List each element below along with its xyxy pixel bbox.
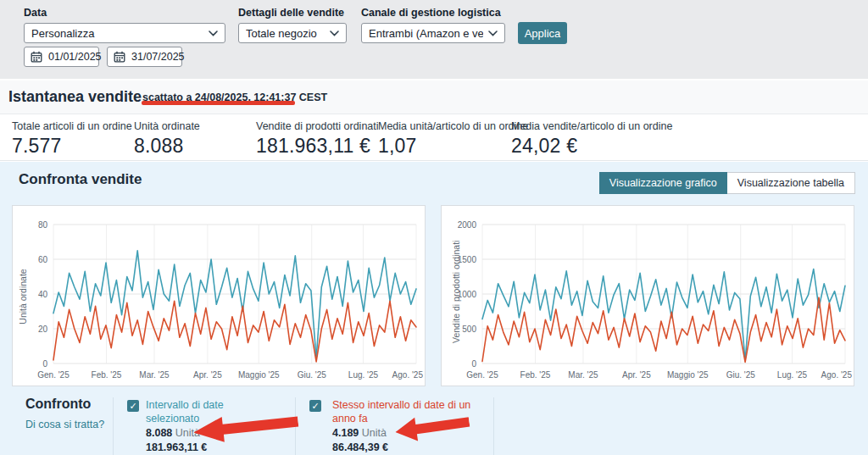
- comparison-checkbox-prev-year[interactable]: ✓: [309, 400, 321, 412]
- date-filter-label: Data: [24, 7, 47, 19]
- channel-label: Canale di gestione logistica: [361, 7, 501, 19]
- metric-value: 1,07: [378, 135, 528, 158]
- compare-sales-section: Confronta vendite Visualizzazione grafic…: [0, 162, 868, 455]
- date-range-select[interactable]: Personalizza: [24, 23, 225, 43]
- svg-text:Ago. '25: Ago. '25: [821, 370, 853, 380]
- channel-value: Entrambi (Amazon e venditore): [369, 27, 483, 40]
- chevron-down-icon: [330, 31, 339, 36]
- metric-label: Media unità/articolo di un ordine: [378, 120, 528, 132]
- svg-text:0: 0: [471, 359, 476, 369]
- date-to-value: 31/07/2025: [131, 51, 185, 63]
- svg-text:Gen. '25: Gen. '25: [37, 370, 70, 380]
- channel-select[interactable]: Entrambi (Amazon e venditore): [361, 23, 505, 43]
- chevron-down-icon: [488, 31, 498, 36]
- units-ordered-chart[interactable]: 020406080Gen. '25Feb. '25Mar. '25Apr. '2…: [13, 206, 425, 386]
- sales-dashboard: Data Personalizza 01/01/2025 31/07/2025 …: [0, 0, 868, 455]
- sales-detail-select[interactable]: Totale negozio: [238, 23, 347, 43]
- svg-text:500: 500: [462, 325, 476, 334]
- svg-text:60: 60: [38, 255, 48, 264]
- divider: [113, 397, 114, 455]
- sales-detail-value: Totale negozio: [246, 27, 325, 40]
- svg-text:0: 0: [42, 359, 47, 369]
- svg-text:20: 20: [38, 325, 48, 334]
- tab-table-view[interactable]: Visualizzazione tabella: [727, 172, 855, 194]
- svg-text:Giu. '25: Giu. '25: [298, 370, 327, 380]
- sales-detail-label: Dettagli delle vendite: [238, 7, 344, 19]
- comparison-checkbox-selected-range[interactable]: ✓: [127, 400, 139, 412]
- metric-label: Totale articoli di un ordine: [12, 120, 132, 132]
- svg-text:Lug. '25: Lug. '25: [777, 370, 808, 380]
- metric-ordered-product-sales: Vendite di prodotti ordinati 181.963,11 …: [256, 120, 379, 158]
- svg-text:2000: 2000: [458, 220, 477, 230]
- svg-text:80: 80: [38, 220, 48, 230]
- metric-label: Unità ordinate: [134, 120, 200, 132]
- svg-text:Ago. '25: Ago. '25: [392, 370, 424, 380]
- date-from-input[interactable]: 01/01/2025: [24, 47, 99, 67]
- svg-text:Feb. '25: Feb. '25: [92, 370, 122, 380]
- svg-text:Feb. '25: Feb. '25: [520, 370, 551, 380]
- svg-text:40: 40: [38, 290, 48, 299]
- compare-sales-title: Confronta vendite: [19, 171, 142, 188]
- svg-text:1500: 1500: [458, 255, 477, 264]
- svg-text:1000: 1000: [458, 290, 477, 299]
- snapshot-metrics: Totale articoli di un ordine 7.577 Unità…: [0, 115, 868, 161]
- metric-value: 24,02 €: [511, 135, 672, 158]
- snapshot-header: Istantanea vendite scattato a 24/08/2025…: [0, 79, 868, 114]
- date-to-input[interactable]: 31/07/2025: [107, 47, 182, 67]
- filter-bar: Data Personalizza 01/01/2025 31/07/2025 …: [0, 0, 868, 79]
- product-sales-chart-card: Vendite di prodotti ordinati 05001000150…: [441, 205, 854, 386]
- svg-text:Giu. '25: Giu. '25: [726, 370, 756, 380]
- annotation-red-underline: [142, 101, 295, 105]
- tab-graph-view[interactable]: Visualizzazione grafico: [599, 172, 727, 194]
- divider: [493, 397, 494, 455]
- metric-label: Media vendite/articolo di un ordine: [511, 120, 672, 132]
- svg-text:Mar. '25: Mar. '25: [139, 370, 170, 380]
- units-ordered-chart-card: Unità ordinate 020406080Gen. '25Feb. '25…: [12, 205, 426, 386]
- svg-text:Lug. '25: Lug. '25: [348, 370, 379, 380]
- comparison-title: Confronto: [25, 397, 91, 412]
- metric-label: Vendite di prodotti ordinati: [256, 120, 379, 132]
- metric-avg-sales-per-item: Media vendite/articolo di un ordine 24,0…: [511, 120, 672, 158]
- product-sales-chart[interactable]: 0500100015002000Gen. '25Feb. '25Mar. '25…: [442, 206, 854, 386]
- calendar-icon: [31, 51, 42, 63]
- metric-avg-units-per-item: Media unità/articolo di un ordine 1,07: [378, 120, 528, 158]
- svg-text:Apr. '25: Apr. '25: [193, 370, 222, 380]
- comparison-help-link[interactable]: Di cosa si tratta?: [25, 419, 104, 430]
- date-range-value: Personalizza: [31, 27, 203, 40]
- svg-text:Maggio '25: Maggio '25: [238, 370, 280, 380]
- svg-text:Maggio '25: Maggio '25: [667, 370, 709, 380]
- metric-total-order-items: Totale articoli di un ordine 7.577: [12, 120, 132, 158]
- svg-text:Gen. '25: Gen. '25: [466, 370, 498, 380]
- metric-value: 181.963,11 €: [256, 135, 379, 158]
- calendar-icon: [114, 51, 125, 63]
- apply-button[interactable]: Applica: [518, 22, 567, 44]
- svg-text:Apr. '25: Apr. '25: [622, 370, 651, 380]
- date-from-value: 01/01/2025: [48, 51, 102, 63]
- chevron-down-icon: [209, 31, 218, 36]
- metric-value: 8.088: [134, 135, 200, 158]
- view-toggle: Visualizzazione grafico Visualizzazione …: [599, 172, 855, 194]
- svg-text:Mar. '25: Mar. '25: [568, 370, 598, 380]
- metric-units-ordered: Unità ordinate 8.088: [134, 120, 200, 158]
- metric-value: 7.577: [12, 135, 132, 158]
- snapshot-title: Istantanea vendite: [8, 88, 142, 106]
